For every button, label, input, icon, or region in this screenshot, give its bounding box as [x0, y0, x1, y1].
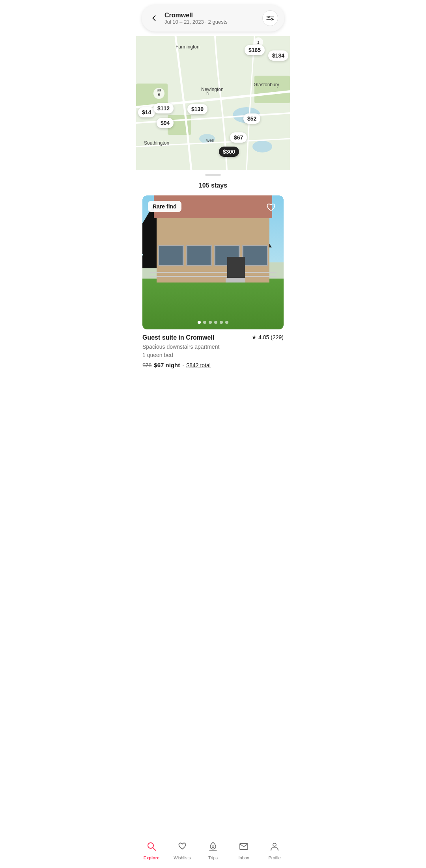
price-bubble-184[interactable]: $184	[268, 50, 288, 61]
listing-info: Guest suite in Cromwell ★ 4.85 (229) Spa…	[142, 329, 284, 368]
price-bubble-300[interactable]: $300	[219, 147, 239, 157]
rating-value: 4.85	[258, 334, 269, 340]
filter-button[interactable]	[262, 10, 278, 26]
listing-image[interactable]: Rare find	[142, 195, 284, 329]
listing-title: Guest suite in Cromwell	[142, 334, 214, 341]
total-price: $842 total	[186, 362, 211, 368]
map-view[interactable]: US 6 2 Farmington Newington Glastonbury …	[136, 36, 290, 170]
map-label-newington-n: N	[206, 91, 209, 95]
star-icon: ★	[252, 334, 257, 340]
fence-rail-bottom	[149, 276, 277, 277]
review-count: (229)	[271, 334, 284, 340]
listing-subtitle-line1: Spacious downstairs apartment	[142, 343, 284, 351]
porch-step	[226, 278, 245, 283]
svg-text:US: US	[157, 89, 161, 92]
price-bubble-14[interactable]: $14	[138, 107, 155, 117]
svg-text:6: 6	[158, 93, 160, 97]
listing-title-row: Guest suite in Cromwell ★ 4.85 (229)	[142, 334, 284, 341]
search-subtitle: Jul 10 – 21, 2023 · 2 guests	[164, 19, 228, 25]
house-scene	[142, 195, 284, 329]
listing-subtitle-line2: 1 queen bed	[142, 351, 284, 359]
fence-rail-top	[149, 272, 277, 273]
price-bubble-130[interactable]: $130	[187, 104, 207, 114]
dot-2	[203, 321, 206, 324]
dot-3	[209, 321, 212, 324]
price-bubble-165[interactable]: $165	[245, 45, 265, 55]
pagination-dots	[198, 321, 228, 324]
map-label-glastonbury: Glastonbury	[254, 82, 279, 87]
dot-5	[220, 321, 223, 324]
city-title: Cromwell	[164, 12, 228, 19]
search-header: Cromwell Jul 10 – 21, 2023 · 2 guests	[142, 5, 284, 32]
stays-count: 105 stays	[136, 178, 290, 195]
map-background: US 6 2 Farmington Newington Glastonbury …	[136, 36, 290, 170]
window-2	[186, 245, 212, 266]
windows-row	[158, 245, 268, 266]
listing-card[interactable]: Rare find Guest suite in Cromwell ★ 4.85…	[142, 195, 284, 368]
svg-rect-12	[254, 76, 290, 103]
rating: ★ 4.85 (229)	[252, 334, 284, 340]
dot-4	[214, 321, 217, 324]
map-label-southington: Southington	[144, 140, 169, 146]
price-bubble-52[interactable]: $52	[243, 113, 260, 124]
price-bubble-112[interactable]: $112	[153, 103, 174, 113]
svg-point-8	[252, 141, 272, 152]
window-4	[242, 245, 268, 266]
map-label-ctwell: well	[206, 138, 214, 143]
current-price: $67 night	[154, 362, 180, 368]
header-text: Cromwell Jul 10 – 21, 2023 · 2 guests	[164, 12, 228, 25]
dot-6	[225, 321, 228, 324]
favorite-button[interactable]	[264, 200, 278, 214]
dot-1	[198, 321, 201, 324]
rare-find-badge: Rare find	[148, 201, 181, 212]
window-1	[158, 245, 183, 266]
price-bubble-94[interactable]: $94	[157, 118, 174, 128]
price-bubble-67[interactable]: $67	[230, 132, 247, 143]
sheet-handle	[136, 170, 290, 178]
price-row: $78 $67 night · $842 total	[142, 362, 284, 368]
handle-bar	[205, 174, 221, 176]
map-label-newington: Newington	[201, 87, 224, 92]
original-price: $78	[142, 362, 151, 368]
nav-spacer	[136, 376, 290, 408]
back-button[interactable]	[148, 12, 161, 24]
header-left: Cromwell Jul 10 – 21, 2023 · 2 guests	[148, 12, 228, 25]
map-label-farmington: Farmington	[176, 44, 200, 50]
svg-text:2: 2	[257, 41, 259, 45]
